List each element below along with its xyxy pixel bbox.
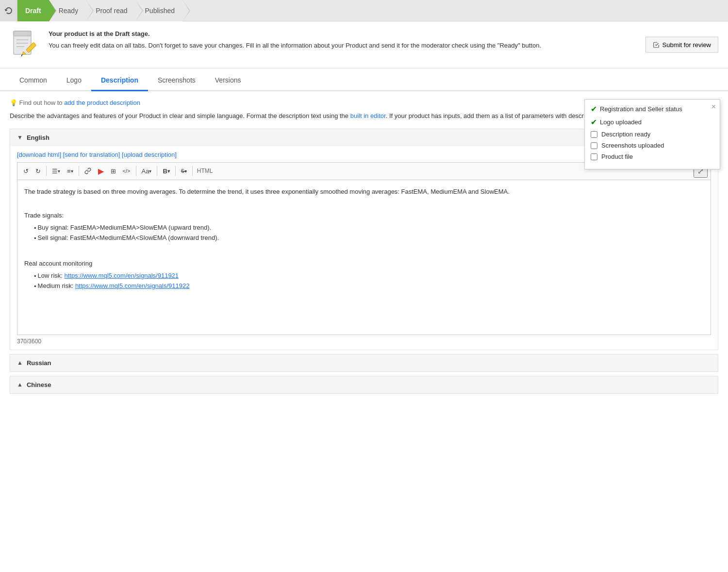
- bullet-list-button[interactable]: ☰▾: [49, 166, 63, 176]
- lang-body-english: [download html] [send for translation] […: [10, 146, 718, 350]
- align-button[interactable]: ≡▾: [64, 166, 76, 176]
- tab-versions[interactable]: Versions: [205, 70, 251, 91]
- lang-header-russian[interactable]: ▲ Russian: [10, 354, 718, 371]
- collapse-arrow-chinese: ▲: [17, 381, 23, 388]
- char-count: 370/3600: [17, 338, 711, 345]
- toolbar-separator-3: [136, 166, 136, 176]
- close-checklist-button[interactable]: ×: [711, 102, 716, 111]
- strikethrough-button[interactable]: S̶▾: [178, 167, 190, 176]
- toolbar-separator-2: [79, 166, 79, 176]
- tab-screenshots[interactable]: Screenshots: [148, 70, 205, 91]
- lang-header-chinese[interactable]: ▲ Chinese: [10, 376, 718, 393]
- breadcrumb-steps: Draft Ready Proof read Published: [17, 0, 182, 21]
- hint-link[interactable]: add the product description: [64, 99, 140, 106]
- lang-section-chinese: ▲ Chinese: [10, 376, 718, 394]
- checklist-item-product-file: Product file: [591, 153, 714, 160]
- checklist-item-logo: ✔ Logo uploaded: [591, 118, 714, 127]
- main-content: Your product is at the Draft stage. You …: [0, 21, 728, 572]
- checkbox-screenshots[interactable]: [591, 142, 597, 149]
- video-button[interactable]: ▶: [95, 165, 107, 177]
- submit-review-button[interactable]: Submit for review: [645, 37, 718, 53]
- check-icon-registration: ✔: [591, 104, 597, 114]
- toolbar-separator-4: [157, 166, 157, 176]
- draft-text: Your product is at the Draft stage. You …: [49, 29, 718, 50]
- checkbox-description[interactable]: [591, 131, 597, 138]
- fontsize-button[interactable]: Aa▾: [139, 166, 155, 176]
- editor-content-english[interactable]: The trade strategy is based on three mov…: [17, 180, 711, 335]
- draft-icon: [10, 29, 41, 60]
- svg-rect-1: [14, 31, 31, 36]
- editor-link[interactable]: built in editor: [350, 112, 386, 119]
- collapse-arrow-russian: ▲: [17, 359, 23, 366]
- send-translation-link[interactable]: [send for translation]: [63, 151, 120, 158]
- tab-description[interactable]: Description: [91, 70, 148, 91]
- tab-logo[interactable]: Logo: [57, 70, 91, 91]
- toolbar-separator-5: [175, 166, 176, 176]
- refresh-button[interactable]: [0, 0, 17, 21]
- checklist-item-screenshots: Screenshots uploaded: [591, 142, 714, 149]
- tabs-bar: Common Logo Description Screenshots Vers…: [0, 70, 728, 91]
- breadcrumb-bar: Draft Ready Proof read Published: [0, 0, 728, 21]
- html-label: HTML: [197, 168, 213, 174]
- download-html-link[interactable]: [download html]: [17, 151, 61, 158]
- upload-description-link[interactable]: [upload description]: [122, 151, 177, 158]
- check-icon-logo: ✔: [591, 118, 597, 127]
- checklist-panel: × ✔ Registration and Seller status ✔ Log…: [584, 99, 720, 169]
- lang-section-russian: ▲ Russian: [10, 354, 718, 372]
- link-button[interactable]: [82, 166, 94, 176]
- step-draft[interactable]: Draft: [17, 0, 49, 21]
- undo-button[interactable]: ↺: [20, 166, 32, 176]
- checklist-item-registration: ✔ Registration and Seller status: [591, 104, 714, 114]
- checklist-item-description: Description ready: [591, 131, 714, 138]
- code-button[interactable]: </>: [120, 167, 133, 175]
- toolbar-separator-1: [46, 166, 47, 176]
- draft-banner: Your product is at the Draft stage. You …: [0, 21, 728, 68]
- checkbox-product-file[interactable]: [591, 153, 597, 160]
- toolbar-separator-6: [192, 166, 193, 176]
- tab-common[interactable]: Common: [10, 70, 57, 91]
- redo-button[interactable]: ↻: [33, 166, 44, 176]
- collapse-arrow-english: ▼: [17, 134, 23, 141]
- bold-button[interactable]: B▾: [160, 166, 172, 176]
- table-button[interactable]: ⊞: [108, 166, 119, 176]
